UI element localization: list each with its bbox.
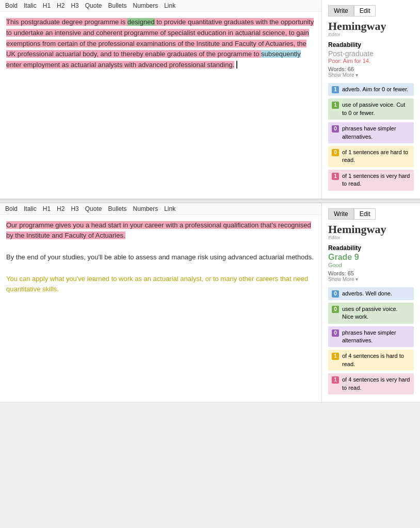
stat-count-5: 1 <box>332 173 339 180</box>
stat-text-8: phrases have simpler alternatives. <box>342 329 410 345</box>
text-highlight-pink-1: This postgraduate degree programme is <box>6 18 127 26</box>
stat-text-10: of 4 sentences is very hard to read. <box>342 376 410 392</box>
stat-text-6: adverbs. Well done. <box>342 290 392 298</box>
stat-passive-1: 1 use of passive voice. Cut to 0 or fewe… <box>328 98 414 120</box>
app-subtitle-1: Editor <box>328 32 414 37</box>
readability-label-1: Readability <box>328 41 414 48</box>
numbers-button[interactable]: Numbers <box>133 2 158 9</box>
editor-section-2: Bold Italic H1 H2 H3 Quote Bullets Numbe… <box>0 203 322 403</box>
quote-button-2[interactable]: Quote <box>85 205 102 212</box>
editor-content-1[interactable]: This postgraduate degree programme is de… <box>0 12 321 130</box>
write-button-2[interactable]: Write <box>328 208 354 220</box>
readability-grade-2: Grade 9 <box>328 253 414 262</box>
paragraph-3-yellow: You can apply what you've learned to wor… <box>6 274 315 295</box>
text-highlight-pink-3: enter employment as actuarial analysts w… <box>6 61 234 69</box>
stat-count-10: 1 <box>332 376 339 384</box>
panel-2: Bold Italic H1 H2 H3 Quote Bullets Numbe… <box>0 203 420 403</box>
text-highlight-blue-subsequently: subsequently <box>261 50 301 58</box>
stat-count-9: 1 <box>332 353 339 360</box>
quote-button[interactable]: Quote <box>85 2 102 9</box>
show-more-2[interactable]: Show More ▾ <box>328 276 414 282</box>
h2-button[interactable]: H2 <box>57 2 64 9</box>
bullets-button[interactable]: Bullets <box>108 2 126 9</box>
text-highlight-green-designed: designed <box>127 18 155 26</box>
chevron-down-icon-2: ▾ <box>356 276 358 282</box>
toolbar-2: Bold Italic H1 H2 H3 Quote Bullets Numbe… <box>0 203 321 215</box>
write-edit-group-1: Write Edit <box>328 5 414 16</box>
stat-vhard-1: 1 of 1 sentences is very hard to read. <box>328 170 414 191</box>
app-title-2: Hemingway <box>328 224 414 235</box>
edit-button-2[interactable]: Edit <box>354 208 376 220</box>
readability-label-2: Readability <box>328 244 414 252</box>
stat-text-3: phrases have simpler alternatives. <box>342 125 410 141</box>
bold-button[interactable]: Bold <box>5 2 18 9</box>
stat-count-1: 1 <box>332 86 339 93</box>
editor-section-1: Bold Italic H1 H2 H3 Quote Bullets Numbe… <box>0 0 322 199</box>
link-button-2[interactable]: Link <box>164 205 175 212</box>
toolbar-1: Bold Italic H1 H2 H3 Quote Bullets Numbe… <box>0 0 321 12</box>
bullets-button-2[interactable]: Bullets <box>108 205 126 212</box>
app-title-1: Hemingway <box>328 21 414 32</box>
panel-1: Bold Italic H1 H2 H3 Quote Bullets Numbe… <box>0 0 420 199</box>
show-more-1[interactable]: Show More ▾ <box>328 72 414 78</box>
readability-note-1: Poor: Aim for 14. <box>328 58 414 64</box>
stat-text-9: of 4 sentences is hard to read. <box>342 352 410 368</box>
editor-content-2[interactable]: Our programme gives you a head start in … <box>0 215 321 334</box>
stat-adverb-1: 1 adverb. Aim for 0 or fewer. <box>328 83 414 96</box>
italic-button-2[interactable]: Italic <box>24 205 37 212</box>
stat-count-6: 0 <box>332 290 339 298</box>
bold-button-2[interactable]: Bold <box>5 205 18 212</box>
stat-hard-1: 0 of 1 sentences are hard to read. <box>328 146 414 167</box>
h1-button-2[interactable]: H1 <box>43 205 51 212</box>
h2-button-2[interactable]: H2 <box>57 205 64 212</box>
panel-separator <box>0 199 420 203</box>
chevron-down-icon-1: ▾ <box>356 72 358 78</box>
stat-hard-2: 1 of 4 sentences is hard to read. <box>328 350 414 371</box>
words-count-1: Words: 66 <box>328 66 414 72</box>
text-highlight-pink-p2: Our programme gives you a head start in … <box>6 221 311 240</box>
h1-button[interactable]: H1 <box>43 2 51 9</box>
italic-button[interactable]: Italic <box>24 2 37 9</box>
stat-count-4: 0 <box>332 149 339 156</box>
readability-note-2: Good <box>328 262 414 268</box>
edit-button-1[interactable]: Edit <box>354 5 376 16</box>
app-subtitle-2: Editor <box>328 235 414 240</box>
stat-text-2: use of passive voice. Cut to 0 or fewer. <box>342 101 410 117</box>
h3-button[interactable]: H3 <box>71 2 78 9</box>
numbers-button-2[interactable]: Numbers <box>133 205 158 212</box>
write-button-1[interactable]: Write <box>328 5 354 16</box>
stat-simpler-1: 0 phrases have simpler alternatives. <box>328 122 414 143</box>
stat-text-5: of 1 sentences is very hard to read. <box>342 172 410 188</box>
stat-adverb-2: 0 adverbs. Well done. <box>328 287 414 300</box>
write-edit-group-2: Write Edit <box>328 208 414 220</box>
sidebar-1: Write Edit Hemingway Editor Readability … <box>322 0 420 199</box>
stat-count-8: 0 <box>332 329 339 337</box>
stat-count-2: 1 <box>332 102 339 109</box>
sidebar-2: Write Edit Hemingway Editor Readability … <box>322 203 420 403</box>
stat-count-7: 0 <box>332 306 339 313</box>
stat-vhard-2: 1 of 4 sentences is very hard to read. <box>328 373 414 394</box>
stat-text-4: of 1 sentences are hard to read. <box>342 148 410 164</box>
stat-passive-2: 0 uses of passive voice. Nice work. <box>328 303 414 324</box>
stat-text-7: uses of passive voice. Nice work. <box>342 305 410 321</box>
readability-grade-1: Post-graduate <box>328 50 414 58</box>
link-button[interactable]: Link <box>164 2 175 9</box>
stat-text-1: adverb. Aim for 0 or fewer. <box>342 86 408 93</box>
cursor <box>234 61 237 69</box>
stat-count-3: 0 <box>332 125 339 133</box>
paragraph-2-normal: By the end of your studies, you'll be ab… <box>6 252 315 263</box>
words-count-2: Words: 65 <box>328 270 414 276</box>
h3-button-2[interactable]: H3 <box>71 205 78 212</box>
stat-simpler-2: 0 phrases have simpler alternatives. <box>328 326 414 348</box>
